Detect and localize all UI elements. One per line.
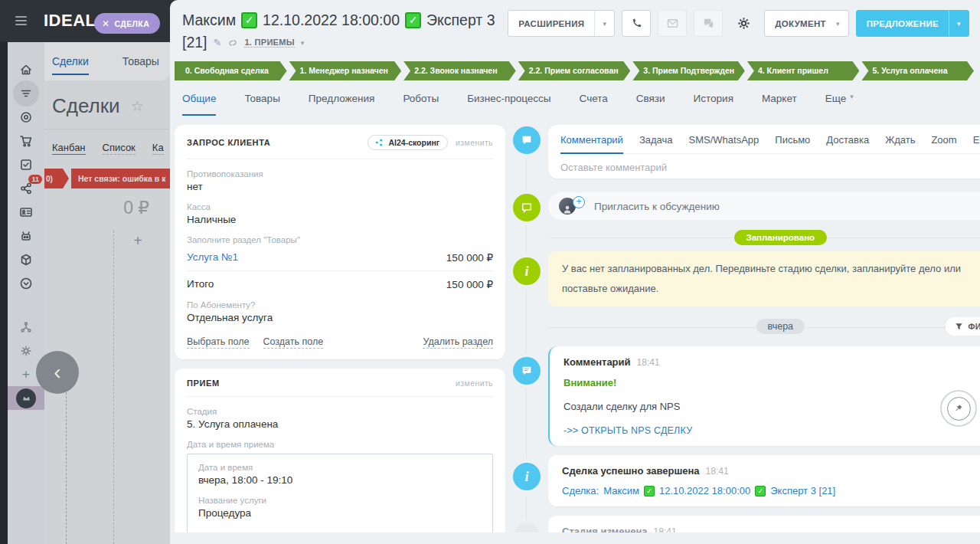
- stage-1[interactable]: 1. Менеджер назначен: [289, 61, 402, 80]
- slider-tab-deal[interactable]: ✕ СДЕЛКА: [94, 13, 160, 34]
- comment-body: Создали сделку для NPS: [564, 401, 980, 412]
- field-value[interactable]: нет: [187, 181, 493, 192]
- composer-tab-zoom[interactable]: Zoom: [931, 134, 956, 146]
- document-button[interactable]: ДОКУМЕНТ ▾: [764, 10, 848, 37]
- deal-title[interactable]: Максим ✓ 12.10.2022 18:00:00 ✓ Эксперт 3: [182, 9, 508, 31]
- checkbox-checked-icon: ✓: [644, 486, 655, 496]
- proposal-button[interactable]: ПРЕДЛОЖЕНИЕ ▾: [856, 10, 969, 37]
- ai-scoring-button[interactable]: AI24-скоринг: [368, 135, 448, 150]
- tab-history[interactable]: История: [694, 93, 733, 116]
- entry-title: Комментарий: [564, 356, 631, 368]
- product-price: 150 000 ₽: [446, 251, 493, 264]
- composer-tab-wait[interactable]: Ждать: [885, 134, 915, 146]
- tab-proposals[interactable]: Предложения: [309, 93, 375, 116]
- tab-links[interactable]: Связи: [636, 93, 665, 116]
- ai-scoring-label: AI24-скоринг: [388, 138, 439, 147]
- pin-timeline-button[interactable]: [940, 390, 977, 427]
- hamburger-menu-icon[interactable]: [15, 16, 27, 28]
- deal-funnel-selector[interactable]: 1. ПРИЕМЫ: [244, 38, 294, 48]
- product-name-link[interactable]: Услуга №1: [187, 251, 238, 264]
- composer-tab-delivery[interactable]: Доставка: [826, 134, 869, 146]
- chevron-down-icon: ▾: [301, 39, 305, 47]
- invite-label: Пригласить к обсуждению: [594, 201, 720, 212]
- product-row: Услуга №1 150 000 ₽: [187, 251, 493, 264]
- total-value: 150 000 ₽: [446, 278, 493, 290]
- tab-products[interactable]: Товары: [244, 93, 279, 116]
- chevron-down-icon: ▾: [850, 93, 854, 100]
- edit-section-link[interactable]: изменить: [456, 138, 493, 147]
- invite-to-discussion[interactable]: + Пригласить к обсуждению: [548, 192, 980, 220]
- chat-button[interactable]: [694, 10, 723, 37]
- tab-bizproc[interactable]: Бизнес-процессы: [467, 93, 550, 116]
- composer-tab-more[interactable]: Еще ▾: [973, 134, 980, 146]
- link-icon[interactable]: [227, 38, 238, 48]
- tab-more[interactable]: Еще▾: [825, 93, 854, 116]
- field-label: Дата и время приема: [187, 440, 493, 449]
- field-label: Противопоказания: [187, 169, 493, 179]
- stage-6[interactable]: 5. Услуга оплачена: [861, 61, 974, 80]
- stage-pipeline: 0. Свободная сделка 1. Менеджер назначен…: [175, 61, 974, 80]
- tab-more-label: Еще: [825, 93, 846, 104]
- mail-button[interactable]: [658, 10, 687, 37]
- tab-general[interactable]: Общие: [182, 93, 216, 116]
- delete-section-link[interactable]: Удалить раздел: [423, 336, 493, 349]
- total-row: Итого 150 000 ₽: [187, 278, 493, 290]
- composer-tab-sms[interactable]: SMS/WhatsApp: [689, 134, 760, 146]
- tab-robots[interactable]: Роботы: [403, 93, 439, 116]
- create-field-link[interactable]: Создать поле: [263, 336, 324, 349]
- entry-time: 18:41: [706, 466, 729, 477]
- timeline-entry-comment[interactable]: Комментарий 18:41 Внимание! Создали сдел…: [548, 346, 980, 446]
- composer-tab-task[interactable]: Задача: [639, 134, 673, 146]
- tab-market[interactable]: Маркет: [762, 93, 797, 116]
- edit-section-link[interactable]: изменить: [456, 379, 493, 388]
- extensions-dropdown[interactable]: ▾: [594, 11, 614, 36]
- field-value[interactable]: Отдельная услуга: [187, 312, 493, 323]
- deal-ref-datetime: 12.10.2022 18:00:00: [659, 485, 750, 496]
- entry-time: 18:41: [637, 357, 660, 368]
- filter-button[interactable]: ФИЛЬТР: [946, 317, 980, 336]
- discussion-bubble-icon: [513, 194, 541, 221]
- checkbox-checked-icon: ✓: [755, 486, 766, 496]
- page-dim-overlay: [0, 42, 170, 544]
- select-field-link[interactable]: Выбрать поле: [187, 336, 250, 349]
- field-value[interactable]: Процедура: [198, 507, 482, 519]
- open-nps-deal-link[interactable]: ->> ОТКРЫТЬ NPS СДЕЛКУ: [564, 425, 980, 436]
- total-label: Итого: [187, 278, 214, 290]
- stage-3[interactable]: 2.2. Прием согласован: [518, 61, 631, 80]
- slider-collapse-button[interactable]: ‹: [36, 351, 79, 394]
- stage-4[interactable]: 3. Прием Подтвержден: [632, 61, 745, 80]
- client-request-section: ЗАПРОС КЛИЕНТА AI24-скоринг изменить Про…: [175, 125, 505, 359]
- mail-icon: [666, 17, 679, 30]
- checkbox-checked-icon: ✓: [405, 12, 421, 28]
- deal-reference-link[interactable]: Сделка: Максим ✓ 12.10.2022 18:00:00 ✓ Э…: [562, 485, 980, 496]
- proposal-dropdown[interactable]: ▾: [949, 11, 969, 36]
- deal-ref-name: Максим: [603, 485, 639, 496]
- field-value[interactable]: 5. Услуга оплачена: [187, 418, 493, 430]
- slider-resize-guide: [66, 392, 67, 544]
- phone-icon: [630, 17, 643, 30]
- stage-2[interactable]: 2.2. Звонок назначен: [403, 61, 516, 80]
- extensions-button[interactable]: РАСШИРЕНИЯ ▾: [508, 10, 615, 37]
- call-button[interactable]: [622, 10, 651, 37]
- close-icon[interactable]: ✕: [102, 18, 109, 29]
- settings-button[interactable]: [730, 10, 757, 37]
- timeline-entry-success[interactable]: Сделка успешно завершена 18:41 Сделка: М…: [548, 455, 980, 506]
- extensions-label: РАСШИРЕНИЯ: [508, 19, 594, 28]
- add-participant-icon[interactable]: +: [573, 196, 585, 208]
- field-label: По Абонементу?: [187, 300, 493, 310]
- field-value[interactable]: Наличные: [187, 214, 493, 225]
- stage-0[interactable]: 0. Свободная сделка: [175, 61, 287, 80]
- entry-title: Сделка успешно завершена: [562, 465, 700, 477]
- tab-invoices[interactable]: Счета: [580, 93, 608, 116]
- comment-input[interactable]: [560, 154, 980, 181]
- timeline-entry-stage-change[interactable]: Стадия изменена 18:41 4. Клиент пришел →…: [548, 516, 980, 533]
- composer-tab-comment[interactable]: Комментарий: [560, 134, 623, 154]
- info-icon: i: [513, 463, 541, 490]
- reception-details-box: Дата и время вчера, 18:00 - 19:10 Назван…: [187, 454, 493, 533]
- edit-pencil-icon[interactable]: ✎: [214, 37, 222, 48]
- composer-tab-mail[interactable]: Письмо: [775, 134, 810, 146]
- field-value[interactable]: вчера, 18:00 - 19:10: [198, 474, 482, 486]
- chevron-down-icon: ▾: [836, 20, 840, 28]
- stage-5[interactable]: 4. Клиент пришел: [747, 61, 860, 80]
- deal-id: [21]: [182, 34, 207, 51]
